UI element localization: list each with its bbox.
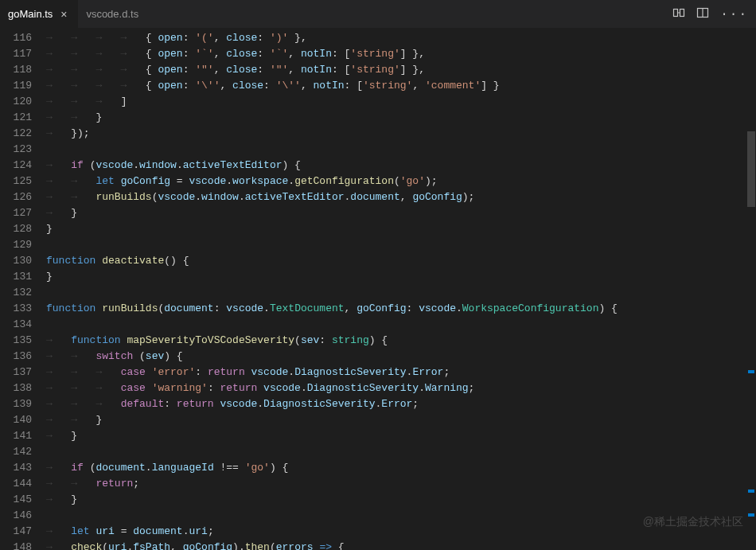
code-line[interactable]: → if (vscode.window.activeTextEditor) {	[46, 158, 708, 174]
line-number: 138	[0, 380, 32, 396]
editor-actions: ···	[672, 0, 756, 28]
code-line[interactable]: → → → case 'error': return vscode.Diagno…	[46, 365, 708, 380]
line-number: 121	[0, 110, 32, 126]
line-number: 120	[0, 94, 32, 110]
overview-ruler-marker	[748, 370, 754, 373]
code-line[interactable]: → → → → { open: '(', close: ')' },	[46, 30, 708, 46]
line-number: 127	[0, 205, 32, 221]
code-line[interactable]: → → → default: return vscode.DiagnosticS…	[46, 396, 708, 412]
code-line[interactable]: function runBuilds(document: vscode.Text…	[46, 301, 708, 317]
svg-rect-0	[674, 9, 678, 16]
code-line[interactable]	[46, 317, 708, 333]
line-number: 137	[0, 365, 32, 380]
line-number: 118	[0, 62, 32, 78]
line-number: 117	[0, 46, 32, 62]
line-number: 145	[0, 492, 32, 508]
line-number: 125	[0, 174, 32, 189]
vertical-scrollbar[interactable]	[745, 28, 756, 550]
tab-label: vscode.d.ts	[86, 8, 138, 20]
more-actions-icon[interactable]: ···	[720, 7, 748, 21]
line-number: 116	[0, 30, 32, 46]
code-line[interactable]	[46, 508, 708, 524]
line-number: 136	[0, 349, 32, 365]
code-content[interactable]: → → → → { open: '(', close: ')' },→ → → …	[46, 28, 708, 550]
line-number: 144	[0, 476, 32, 492]
line-number: 141	[0, 428, 32, 444]
editor-area: 1161171181191201211221231241251261271281…	[0, 28, 756, 550]
line-number: 119	[0, 78, 32, 94]
line-number: 126	[0, 189, 32, 205]
code-line[interactable]: → → }	[46, 412, 708, 428]
code-line[interactable]: → → runBuilds(vscode.window.activeTextEd…	[46, 189, 708, 205]
overview-ruler-marker	[748, 513, 754, 517]
code-line[interactable]: → }	[46, 205, 708, 221]
tab-label: goMain.ts	[8, 8, 53, 20]
code-line[interactable]: → → let goConfig = vscode.workspace.getC…	[46, 174, 708, 189]
line-number: 123	[0, 142, 32, 158]
code-line[interactable]: → → → case 'warning': return vscode.Diag…	[46, 380, 708, 396]
line-number: 135	[0, 333, 32, 349]
code-line[interactable]: → function mapSeverityToVSCodeSeverity(s…	[46, 333, 708, 349]
code-line[interactable]	[46, 285, 708, 301]
code-line[interactable]: → → → → { open: '\'', close: '\'', notIn…	[46, 78, 708, 94]
code-line[interactable]	[46, 444, 708, 460]
line-number-gutter: 1161171181191201211221231241251261271281…	[0, 28, 46, 550]
line-number: 130	[0, 253, 32, 269]
line-number: 148	[0, 540, 32, 550]
line-number: 146	[0, 508, 32, 524]
line-number: 133	[0, 301, 32, 317]
code-line[interactable]: → }	[46, 428, 708, 444]
compare-changes-icon[interactable]	[672, 6, 685, 22]
line-number: 132	[0, 285, 32, 301]
code-line[interactable]: → → → → { open: '"', close: '"', notIn: …	[46, 62, 708, 78]
tab-bar: goMain.ts × vscode.d.ts × ···	[0, 0, 756, 28]
close-icon[interactable]: ×	[57, 8, 70, 21]
code-line[interactable]: → → }	[46, 110, 708, 126]
tab-gomain[interactable]: goMain.ts ×	[0, 0, 78, 28]
code-line[interactable]: function deactivate() {	[46, 253, 708, 269]
code-line[interactable]	[46, 142, 708, 158]
code-line[interactable]: → → → → { open: '`', close: '`', notIn: …	[46, 46, 708, 62]
code-line[interactable]: }	[46, 269, 708, 285]
line-number: 140	[0, 412, 32, 428]
line-number: 124	[0, 158, 32, 174]
scrollbar-thumb[interactable]	[747, 131, 755, 207]
code-line[interactable]: → }	[46, 492, 708, 508]
tab-vscode-dts[interactable]: vscode.d.ts ×	[78, 0, 164, 28]
overview-ruler-marker	[748, 490, 754, 493]
line-number: 129	[0, 237, 32, 253]
code-line[interactable]	[46, 237, 708, 253]
line-number: 143	[0, 460, 32, 476]
line-number: 147	[0, 524, 32, 540]
code-line[interactable]: → });	[46, 126, 708, 142]
code-line[interactable]: → → switch (sev) {	[46, 349, 708, 365]
code-line[interactable]: → check(uri.fsPath, goConfig).then(error…	[46, 540, 708, 550]
line-number: 134	[0, 317, 32, 333]
split-editor-icon[interactable]	[696, 6, 709, 22]
line-number: 142	[0, 444, 32, 460]
code-line[interactable]: → let uri = document.uri;	[46, 524, 708, 540]
code-line[interactable]: → → → ]	[46, 94, 708, 110]
line-number: 128	[0, 221, 32, 237]
code-line[interactable]: → if (document.languageId !== 'go') {	[46, 460, 708, 476]
svg-rect-1	[680, 9, 684, 16]
line-number: 122	[0, 126, 32, 142]
line-number: 131	[0, 269, 32, 285]
line-number: 139	[0, 396, 32, 412]
code-line[interactable]: }	[46, 221, 708, 237]
code-line[interactable]: → → return;	[46, 476, 708, 492]
